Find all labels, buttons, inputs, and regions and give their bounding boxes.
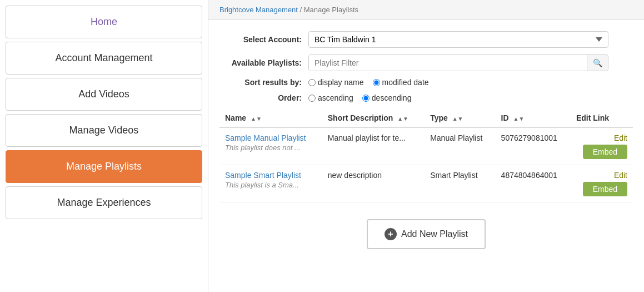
add-new-playlist-label: Add New Playlist: [401, 229, 468, 239]
row2-name-cell: Sample Smart Playlist This playlist is a…: [219, 165, 322, 202]
breadcrumb: Brightcove Management / Manage Playlists: [208, 0, 644, 20]
sort-modified-date-radio[interactable]: [373, 79, 380, 86]
row1-type-cell: Manual Playlist: [425, 127, 495, 165]
table-row: Sample Manual Playlist This playlist doe…: [219, 127, 633, 165]
row2-id: 4874804864001: [501, 171, 557, 180]
row1-name-cell: Sample Manual Playlist This playlist doe…: [219, 127, 322, 165]
col-type: Type ▲▼: [425, 109, 495, 127]
breadcrumb-parent-link[interactable]: Brightcove Management: [219, 6, 298, 14]
available-playlists-label: Available Playlists:: [219, 58, 308, 67]
sidebar: Home Account Management Add Videos Manag…: [0, 0, 208, 292]
row2-name-link[interactable]: Sample Smart Playlist: [225, 171, 301, 180]
filter-wrap: 🔍: [308, 55, 608, 71]
col-short-description: Short Description ▲▼: [322, 109, 425, 127]
sidebar-item-account-management[interactable]: Account Management: [6, 42, 202, 75]
col-edit-link: Edit Link: [571, 109, 633, 127]
row2-embed-button[interactable]: Embed: [583, 182, 627, 196]
available-playlists-row: Available Playlists: 🔍: [219, 55, 633, 71]
col-id: ID ▲▼: [496, 109, 571, 127]
sort-results-label: Sort results by:: [219, 78, 308, 87]
select-account-label: Select Account:: [219, 35, 308, 44]
order-radio-group: ascending descending: [308, 93, 411, 102]
playlist-filter-input[interactable]: [309, 55, 587, 71]
plus-circle-icon: +: [385, 228, 397, 240]
row2-id-cell: 4874804864001: [496, 165, 571, 202]
table-header-row: Name ▲▼ Short Description ▲▼ Type ▲▼ ID …: [219, 109, 633, 127]
col-name: Name ▲▼: [219, 109, 322, 127]
row2-type: Smart Playlist: [430, 171, 478, 180]
row2-subtitle: This playlist is a Sma...: [225, 181, 317, 189]
sort-results-row: Sort results by: display name modified d…: [219, 78, 633, 87]
row1-id: 5076279081001: [501, 133, 557, 142]
row2-short-desc: new description: [328, 171, 382, 180]
sort-modified-date-option[interactable]: modified date: [373, 78, 429, 87]
select-account-row: Select Account: BC Tim Baldwin 1: [219, 31, 633, 48]
order-label: Order:: [219, 93, 308, 102]
row2-edit-link[interactable]: Edit: [576, 171, 627, 180]
table-row: Sample Smart Playlist This playlist is a…: [219, 165, 633, 202]
sort-display-name-option[interactable]: display name: [308, 78, 364, 87]
account-select[interactable]: BC Tim Baldwin 1: [308, 31, 608, 48]
order-ascending-option[interactable]: ascending: [308, 93, 353, 102]
playlists-table: Name ▲▼ Short Description ▲▼ Type ▲▼ ID …: [219, 109, 633, 202]
row1-embed-button[interactable]: Embed: [583, 145, 627, 159]
short-desc-sort-icon: ▲▼: [397, 116, 408, 122]
name-sort-icon: ▲▼: [251, 116, 262, 122]
row1-type: Manual Playlist: [430, 133, 482, 142]
order-ascending-radio[interactable]: [308, 95, 316, 102]
row1-name-link[interactable]: Sample Manual Playlist: [225, 133, 306, 142]
add-new-playlist-button[interactable]: + Add New Playlist: [367, 219, 486, 249]
order-row: Order: ascending descending: [219, 93, 633, 102]
search-icon: 🔍: [593, 58, 602, 67]
row1-edit-link[interactable]: Edit: [576, 133, 627, 142]
sidebar-item-manage-playlists[interactable]: Manage Playlists: [6, 150, 202, 183]
sidebar-item-manage-experiences[interactable]: Manage Experiences: [6, 186, 202, 219]
add-playlist-wrap: + Add New Playlist: [219, 219, 633, 249]
row1-subtitle: This playlist does not ...: [225, 143, 317, 152]
sidebar-item-manage-videos[interactable]: Manage Videos: [6, 114, 202, 147]
breadcrumb-separator: /: [300, 6, 304, 14]
main-content: Brightcove Management / Manage Playlists…: [208, 0, 644, 292]
sidebar-item-home[interactable]: Home: [6, 6, 202, 38]
row2-type-cell: Smart Playlist: [425, 165, 495, 202]
row2-short-desc-cell: new description: [322, 165, 425, 202]
row1-short-desc: Manual playlist for te...: [328, 133, 406, 142]
row1-edit-cell: Edit Embed: [571, 127, 633, 165]
order-descending-radio[interactable]: [362, 95, 370, 102]
row1-short-desc-cell: Manual playlist for te...: [322, 127, 425, 165]
id-sort-icon: ▲▼: [513, 116, 524, 122]
breadcrumb-current: Manage Playlists: [304, 6, 358, 14]
row2-edit-cell: Edit Embed: [571, 165, 633, 202]
sort-radio-group: display name modified date: [308, 78, 429, 87]
sort-display-name-radio[interactable]: [308, 79, 316, 86]
filter-search-button[interactable]: 🔍: [587, 55, 608, 71]
type-sort-icon: ▲▼: [452, 116, 463, 122]
row1-id-cell: 5076279081001: [496, 127, 571, 165]
sidebar-item-add-videos[interactable]: Add Videos: [6, 78, 202, 111]
order-descending-option[interactable]: descending: [362, 93, 412, 102]
